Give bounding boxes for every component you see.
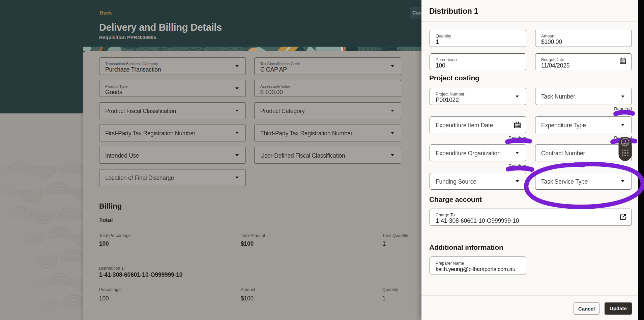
svg-text:i: i (624, 140, 626, 145)
